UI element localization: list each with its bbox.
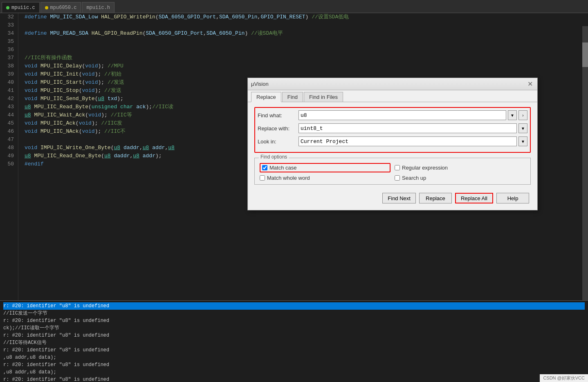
tab-bar: mpuiic.c mpu6050.c mpuiic.h	[0, 0, 588, 13]
output-line-3: r: #20: identifier "u8" is undefined	[3, 318, 109, 324]
match-case-checkbox[interactable]	[262, 165, 267, 170]
tab-dot-green	[6, 6, 9, 9]
output-line-2: //IIC发送一个字节	[3, 311, 47, 316]
dialog-titlebar: µVision ✕	[248, 78, 537, 90]
code-line-34: #define MPU_READ_SDA HAL_GPIO_ReadPin(SD…	[25, 29, 588, 38]
dialog-tab-replace[interactable]: Replace	[251, 92, 281, 102]
code-line-35	[25, 38, 588, 46]
output-line-4: ck);//IIC读取一个字节	[3, 325, 59, 331]
replace-with-row: Replace with: ▼	[258, 123, 527, 133]
code-line-36	[25, 46, 588, 54]
option-regular-expression: Regular expression	[395, 163, 525, 172]
dialog-tabs: Replace Find Find in Files	[248, 90, 537, 102]
line-numbers: 32 33 34 35 36 37 38 39 40 41 42 43 44 4…	[0, 13, 18, 300]
replace-with-input[interactable]	[298, 123, 517, 133]
replace-with-input-wrap: ▼	[298, 123, 527, 133]
output-panel: r: #20: identifier "u8" is undefined //I…	[0, 300, 588, 382]
output-line-8: ,u8 addr,u8 data);	[3, 355, 56, 360]
find-what-input[interactable]	[298, 110, 506, 120]
dialog-title: µVision	[251, 81, 269, 87]
scrollbar-thumb[interactable]	[582, 42, 588, 67]
find-what-row: Find what: ▼ ›	[258, 110, 527, 120]
tab-label-mpuiic-c: mpuiic.c	[11, 5, 35, 11]
tab-label-mpu6050-c: mpu6050.c	[50, 5, 77, 11]
scrollbar-right[interactable]	[582, 26, 588, 300]
look-in-row: Look in: ▼	[258, 136, 527, 146]
bottom-bar-text: CSDN @好家伙VCC	[543, 375, 585, 380]
look-in-dropdown[interactable]: ▼	[518, 136, 527, 146]
regular-expression-checkbox[interactable]	[395, 165, 400, 170]
code-line-32: #define MPU_IIC_SDA_Low HAL_GPIO_WritePi…	[25, 13, 588, 21]
uvision-dialog: µVision ✕ Replace Find Find in Files Fin…	[247, 78, 538, 210]
find-what-dropdown[interactable]: ▼	[508, 110, 517, 120]
find-options-group: Find options Match case Regular expressi…	[254, 158, 531, 185]
output-line-1: r: #20: identifier "u8" is undefined	[3, 302, 585, 310]
dialog-buttons: Find Next Replace Replace All Help	[254, 190, 531, 205]
tab-dot-yellow	[45, 6, 48, 9]
code-line-39: void MPU_IIC_Init(void); //初始	[25, 70, 588, 78]
dialog-tab-find[interactable]: Find	[282, 92, 303, 102]
option-search-up: Search up	[395, 175, 525, 181]
help-button[interactable]: Help	[496, 193, 529, 203]
look-in-input-wrap: ▼	[298, 136, 527, 146]
options-grid: Match case Regular expression Match whol…	[260, 163, 525, 181]
dialog-body: Find what: ▼ › Replace with: ▼	[248, 102, 537, 210]
regular-expression-label: Regular expression	[402, 165, 448, 171]
find-options-legend: Find options	[259, 154, 289, 160]
option-match-whole-word: Match whole word	[260, 175, 391, 181]
replace-all-button[interactable]: Replace All	[455, 193, 493, 203]
output-line-11: r: #20: identifier "u8" is undefined	[3, 377, 109, 382]
code-line-37: //IIC所有操作函数	[25, 54, 588, 62]
replace-with-dropdown[interactable]: ▼	[518, 123, 527, 133]
output-line-5: r: #20: identifier "u8" is undefined	[3, 333, 109, 338]
output-line-7: r: #20: identifier "u8" is undefined	[3, 347, 109, 353]
find-next-button[interactable]: Find Next	[382, 193, 416, 203]
fields-redbox: Find what: ▼ › Replace with: ▼	[254, 107, 531, 153]
tab-label-mpuiic-h: mpuiic.h	[86, 5, 110, 11]
output-line-10: ,u8 addr,u8 data);	[3, 369, 56, 375]
code-line-38: void MPU_IIC_Delay(void); //MPU	[25, 62, 588, 70]
dialog-close-button[interactable]: ✕	[526, 80, 534, 88]
dialog-tab-find-in-files[interactable]: Find in Files	[304, 92, 343, 102]
look-in-input[interactable]	[298, 136, 517, 146]
match-whole-word-label: Match whole word	[267, 175, 310, 181]
match-case-label: Match case	[269, 165, 296, 171]
output-content: r: #20: identifier "u8" is undefined //I…	[0, 301, 588, 382]
find-what-forward[interactable]: ›	[518, 110, 527, 120]
search-up-checkbox[interactable]	[395, 175, 400, 181]
output-line-9: r: #20: identifier "u8" is undefined	[3, 362, 109, 368]
tab-mpuiic-h[interactable]: mpuiic.h	[82, 2, 114, 13]
output-line-6: //IIC等待ACK信号	[3, 340, 47, 346]
tab-mpu6050-c[interactable]: mpu6050.c	[40, 2, 81, 13]
option-match-case: Match case	[260, 163, 391, 172]
replace-with-label: Replace with:	[258, 125, 298, 132]
find-what-label: Find what:	[258, 112, 298, 118]
match-whole-word-checkbox[interactable]	[260, 175, 265, 181]
bottom-bar: CSDN @好家伙VCC	[540, 374, 588, 382]
replace-button[interactable]: Replace	[419, 193, 452, 203]
look-in-label: Look in:	[258, 139, 298, 145]
code-line-33	[25, 21, 588, 29]
search-up-label: Search up	[402, 175, 426, 181]
tab-mpuiic-c[interactable]: mpuiic.c	[2, 2, 40, 13]
find-what-input-wrap: ▼ ›	[298, 110, 527, 120]
